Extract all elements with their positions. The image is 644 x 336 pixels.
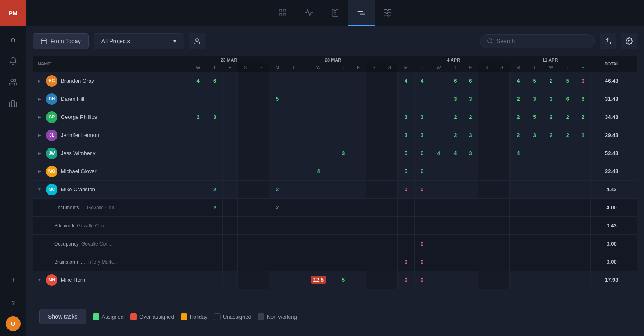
sidebar-item-users[interactable] (3, 72, 23, 92)
cell (253, 126, 269, 144)
cell (286, 235, 301, 253)
cell (527, 271, 542, 289)
cell (336, 162, 351, 181)
cell: 2 (448, 126, 463, 144)
expand-button[interactable]: ▶ (36, 150, 43, 157)
cell (397, 90, 414, 108)
cell: 2 (560, 108, 575, 126)
cell (510, 162, 527, 181)
bottom-bar: Show tasks Assigned Over-assigned Holida… (33, 304, 637, 329)
expand-button[interactable]: ▶ (36, 132, 43, 139)
toolbar-gantt-btn[interactable] (348, 0, 375, 26)
settings-button[interactable] (621, 33, 637, 49)
cell (575, 271, 591, 289)
expand-button[interactable]: ▶ (36, 96, 43, 102)
export-button[interactable] (600, 33, 616, 49)
cell: 4 (189, 72, 207, 90)
sidebar-item-help[interactable]: ? (3, 293, 23, 313)
app-logo[interactable]: PM (0, 0, 26, 26)
total-cell: 31.43 (591, 90, 637, 108)
cell (301, 253, 336, 271)
expand-button[interactable]: ▼ (36, 277, 43, 283)
cell: 4 (397, 72, 414, 90)
legend-unassigned-color (214, 313, 221, 320)
cell (575, 181, 591, 199)
legend-overassigned-label: Over-assigned (139, 314, 174, 320)
toolbar-clipboard-btn[interactable] (322, 0, 348, 26)
cell (542, 162, 560, 181)
legend-assigned-label: Assigned (102, 314, 124, 320)
cell (560, 235, 575, 253)
cell (560, 162, 575, 181)
expand-button[interactable]: ▶ (36, 168, 43, 175)
cell (448, 217, 463, 235)
cell (269, 126, 286, 144)
cell (527, 217, 542, 235)
day-f3: F (463, 63, 478, 72)
day-t6: T (527, 63, 542, 72)
day-w2: W (301, 63, 336, 72)
cell (430, 72, 448, 90)
from-today-button[interactable]: From Today (33, 33, 89, 49)
person-name: Mike Cranston (61, 186, 95, 192)
cell (414, 90, 430, 108)
sidebar-item-add[interactable]: + (3, 270, 23, 290)
search-box[interactable]: Search (480, 34, 595, 48)
cell (253, 181, 269, 199)
svg-point-28 (628, 40, 630, 42)
avatar: BG (46, 75, 58, 87)
cell: 5 (397, 144, 414, 162)
table-row: ▼ MC Mike Cranston 2 2 (33, 181, 637, 199)
cell (269, 72, 286, 90)
cell (269, 271, 286, 289)
expand-button[interactable]: ▶ (36, 78, 43, 84)
svg-rect-3 (283, 9, 286, 12)
cell (542, 253, 560, 271)
sidebar-item-briefcase[interactable] (3, 94, 23, 114)
expand-button[interactable]: ▼ (36, 186, 43, 193)
cell (527, 253, 542, 271)
avatar: MG (46, 166, 58, 177)
cell: 3 (448, 90, 463, 108)
cell (414, 217, 430, 235)
cell: 4 (301, 162, 336, 181)
cell: 2 (269, 199, 286, 217)
person-name-cell: ▶ DH Daren Hill (33, 90, 189, 108)
legend-unassigned: Unassigned (214, 313, 251, 320)
toolbar-filter-btn[interactable] (375, 0, 401, 26)
cell (366, 181, 382, 199)
cell (382, 72, 397, 90)
day-m3: M (510, 63, 527, 72)
cell (286, 90, 301, 108)
cell (301, 217, 336, 235)
cell (510, 199, 527, 217)
projects-dropdown[interactable]: All Projects ▾ (94, 33, 184, 49)
cell (448, 235, 463, 253)
user-filter-button[interactable] (189, 33, 205, 49)
cell (336, 126, 351, 144)
sidebar-item-notifications[interactable] (3, 51, 23, 71)
cell (430, 126, 448, 144)
cell (478, 90, 494, 108)
show-tasks-button[interactable]: Show tasks (39, 309, 86, 324)
user-avatar[interactable]: U (6, 316, 21, 331)
sidebar-item-home[interactable]: ⌂ (3, 30, 23, 49)
toolbar-chart-btn[interactable] (296, 0, 322, 26)
expand-button[interactable]: ▶ (36, 114, 43, 120)
toolbar-zoom-btn[interactable] (269, 0, 296, 26)
cell (494, 271, 510, 289)
total-cell: 0.43 (591, 217, 637, 235)
cell (222, 181, 237, 199)
cell: 1 (575, 126, 591, 144)
cell (189, 126, 207, 144)
cell (494, 235, 510, 253)
day-f2: F (351, 63, 366, 72)
cell (366, 108, 382, 126)
cell (222, 90, 237, 108)
cell (336, 181, 351, 199)
avatar: DH (46, 93, 58, 105)
cell (478, 217, 494, 235)
cell (560, 217, 575, 235)
day-w4: W (542, 63, 560, 72)
cell: 6 (575, 90, 591, 108)
